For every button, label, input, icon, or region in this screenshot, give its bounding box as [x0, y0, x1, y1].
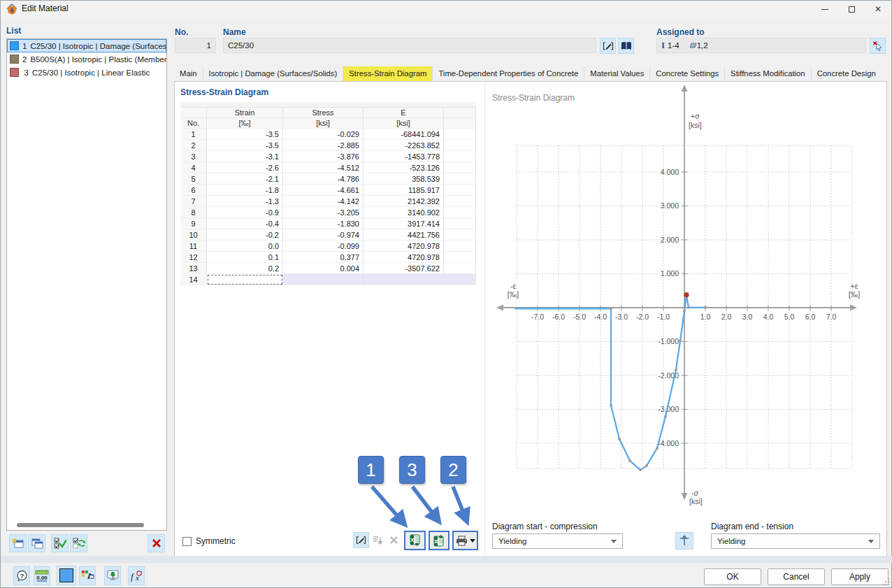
value-cell[interactable] [444, 173, 476, 185]
value-cell[interactable]: -0.029 [283, 129, 364, 140]
select-all-button[interactable] [51, 534, 69, 552]
value-cell[interactable]: -2.6 [207, 162, 283, 173]
value-cell[interactable] [444, 185, 476, 196]
value-cell[interactable] [444, 241, 476, 252]
value-cell[interactable]: 0.2 [207, 263, 283, 274]
value-cell[interactable] [444, 140, 476, 151]
list-item-3[interactable]: 3C25/30 | Isotropic | Linear Elastic [7, 66, 166, 79]
value-cell[interactable]: 0.1 [207, 252, 283, 263]
tab-isotropic-damage-surfaces-solids[interactable]: Isotropic | Damage (Surfaces/Solids) [203, 66, 343, 81]
tab-concrete-settings[interactable]: Concrete Settings [649, 66, 724, 81]
value-cell[interactable]: -3.876 [283, 151, 364, 162]
delete-material-button[interactable] [148, 534, 165, 552]
value-cell[interactable]: 2142.392 [364, 196, 444, 207]
formula-button[interactable]: fx [128, 566, 145, 585]
maximize-button[interactable] [838, 1, 865, 17]
table-row[interactable]: 5-2.1-4.786358.539 [180, 173, 476, 185]
invert-selection-button[interactable] [70, 534, 87, 552]
tab-stress-strain-diagram[interactable]: Stress-Strain Diagram [343, 66, 432, 81]
list-item-2[interactable]: 2B500S(A) | Isotropic | Plastic (Members… [7, 52, 166, 66]
material-library-button[interactable] [618, 38, 634, 54]
display-properties-button[interactable]: A [79, 566, 96, 585]
units-settings-button[interactable]: 0.00 [34, 566, 50, 585]
value-cell[interactable]: -3507.622 [364, 263, 444, 274]
table-row[interactable]: 4-2.6-4.512-523.126 [180, 162, 476, 173]
value-cell[interactable]: -1453.778 [364, 151, 444, 162]
value-cell[interactable] [444, 229, 476, 241]
value-cell[interactable] [444, 263, 476, 274]
table-row[interactable]: 1-3.5-0.029-68441.094 [180, 129, 476, 140]
value-cell[interactable]: 1185.917 [364, 185, 444, 196]
diagram-start-dropdown[interactable]: Yielding [492, 533, 623, 549]
value-cell[interactable]: -3.1 [207, 151, 283, 162]
material-color-swatch[interactable] [57, 566, 76, 585]
value-cell[interactable]: -2.1 [207, 173, 283, 185]
print-button[interactable] [452, 531, 478, 550]
import-from-excel-button[interactable]: X [404, 531, 426, 550]
value-cell[interactable]: -0.4 [207, 218, 283, 229]
table-row[interactable]: 9-0.4-1.8303917.414 [180, 218, 476, 229]
table-row[interactable]: 110.0-0.0994720.978 [180, 241, 476, 252]
list-item-1[interactable]: 1C25/30 | Isotropic | Damage (Surfaces/S… [7, 39, 166, 52]
value-cell[interactable]: -0.099 [283, 241, 364, 252]
tab-concrete-design[interactable]: Concrete Design [811, 66, 882, 81]
value-cell[interactable] [207, 274, 283, 285]
value-cell[interactable] [444, 162, 476, 173]
value-cell[interactable]: 0.004 [283, 263, 364, 274]
diagram-end-dropdown[interactable]: Yielding [711, 533, 880, 549]
value-cell[interactable]: -4.786 [283, 173, 364, 185]
value-cell[interactable] [444, 274, 476, 285]
value-cell[interactable]: 3917.414 [364, 218, 444, 229]
copy-material-button[interactable] [28, 534, 45, 552]
table-row[interactable]: 130.20.004-3507.622 [180, 263, 476, 274]
value-cell[interactable] [444, 196, 476, 207]
value-cell[interactable]: -3.205 [283, 207, 364, 218]
value-cell[interactable] [444, 252, 476, 263]
print-options-caret[interactable] [470, 539, 475, 543]
value-cell[interactable]: -4.661 [283, 185, 364, 196]
table-row[interactable]: 7-1.3-4.1422142.392 [180, 196, 476, 207]
value-cell[interactable]: 4720.978 [364, 241, 444, 252]
value-cell[interactable]: 4720.978 [364, 252, 444, 263]
minimize-button[interactable] [812, 1, 838, 17]
value-cell[interactable]: 0.0 [207, 241, 283, 252]
tab-time-dependent-properties-of-concrete[interactable]: Time-Dependent Properties of Concrete [432, 66, 584, 81]
table-row[interactable]: 8-0.9-3.2053140.902 [180, 207, 476, 218]
edit-in-dialog-button[interactable] [353, 532, 369, 548]
value-cell[interactable] [444, 129, 476, 140]
resize-grip[interactable] [882, 578, 890, 586]
close-button[interactable]: ✕ [865, 1, 891, 17]
display-in-model-button[interactable] [104, 566, 121, 585]
table-row[interactable]: 10-0.2-0.9744421.756 [180, 229, 476, 241]
table-row[interactable]: 2-3.5-2.885-2263.852 [180, 140, 476, 151]
delete-rows-button[interactable] [386, 532, 401, 548]
value-cell[interactable]: -0.2 [207, 229, 283, 241]
axis-origin-button[interactable] [675, 532, 693, 550]
list-horizontal-scrollbar[interactable] [17, 523, 144, 527]
value-cell[interactable]: -68441.094 [364, 129, 444, 140]
material-name-field[interactable]: C25/30 [223, 38, 596, 53]
tab-main[interactable]: Main [174, 66, 203, 81]
tab-stiffness-modification[interactable]: Stiffness Modification [724, 66, 811, 81]
new-material-button[interactable] [9, 534, 27, 552]
rename-material-button[interactable] [600, 38, 616, 54]
value-cell[interactable] [444, 207, 476, 218]
value-cell[interactable]: -2.885 [283, 140, 364, 151]
tab-material-values[interactable]: Material Values [584, 66, 649, 81]
table-row[interactable]: 6-1.8-4.6611185.917 [180, 185, 476, 196]
ok-button[interactable]: OK [704, 568, 761, 585]
value-cell[interactable] [364, 274, 444, 285]
value-cell[interactable]: -1.3 [207, 196, 283, 207]
value-cell[interactable]: 358.539 [364, 173, 444, 185]
value-cell[interactable]: -3.5 [207, 129, 283, 140]
value-cell[interactable]: -1.8 [207, 185, 283, 196]
value-cell[interactable]: -0.974 [283, 229, 364, 241]
table-row[interactable]: 120.10.3774720.978 [180, 252, 476, 263]
value-cell[interactable]: -523.126 [364, 162, 444, 173]
material-listbox[interactable]: 1C25/30 | Isotropic | Damage (Surfaces/S… [6, 38, 167, 531]
select-objects-button[interactable] [870, 38, 886, 54]
table-row[interactable]: 14 [180, 274, 476, 285]
export-to-excel-button[interactable]: X [429, 531, 449, 550]
value-cell[interactable]: -1.830 [283, 218, 364, 229]
value-cell[interactable] [283, 274, 364, 285]
